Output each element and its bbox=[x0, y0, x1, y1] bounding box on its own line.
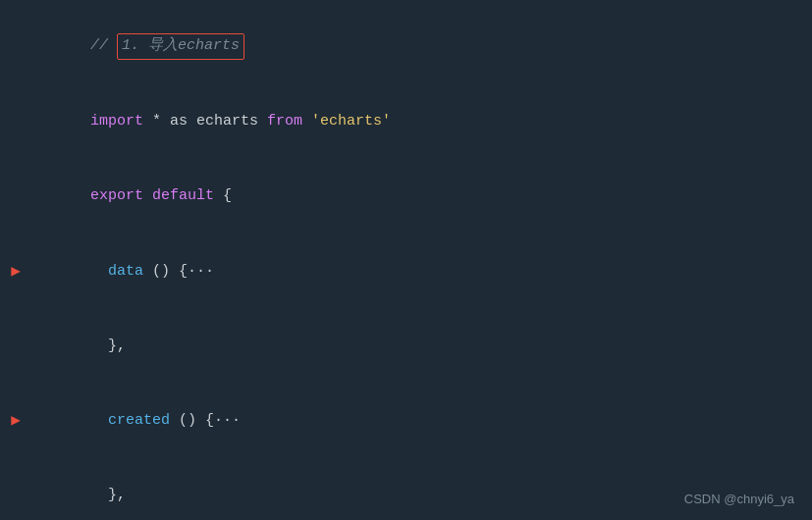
str-echarts: 'echarts' bbox=[311, 113, 391, 130]
line-7: }, bbox=[0, 459, 812, 521]
code-6: created () {··· bbox=[31, 385, 812, 457]
arrow-6: ▶ bbox=[11, 408, 21, 434]
indent-4 bbox=[90, 263, 108, 280]
kw-from: from bbox=[267, 113, 302, 130]
plain-4: () { bbox=[143, 263, 188, 280]
line-2: import * as echarts from 'echarts' bbox=[0, 84, 812, 159]
plain-7: }, bbox=[90, 487, 126, 503]
dots-6: ··· bbox=[214, 412, 241, 429]
dots-4: ··· bbox=[188, 263, 214, 280]
gutter-4: ▶ bbox=[0, 259, 31, 285]
plain-2b bbox=[302, 113, 311, 130]
line-4: ▶ data () {··· bbox=[0, 234, 812, 309]
kw-export: export bbox=[90, 187, 143, 204]
code-7: }, bbox=[31, 460, 812, 521]
code-5: }, bbox=[31, 310, 812, 383]
plain-3b: { bbox=[214, 187, 232, 204]
line-6: ▶ created () {··· bbox=[0, 384, 812, 458]
arrow-4: ▶ bbox=[11, 259, 21, 285]
line-3: export default { bbox=[0, 160, 812, 234]
kw-data: data bbox=[108, 263, 143, 280]
comment-box-1: 1. 导入echarts bbox=[117, 33, 244, 60]
comment-prefix-1: // bbox=[90, 37, 117, 54]
indent-6 bbox=[90, 412, 108, 429]
plain-6: () { bbox=[170, 412, 214, 429]
line-1: // 1. 导入echarts bbox=[0, 8, 812, 84]
code-4: data () {··· bbox=[31, 235, 812, 308]
kw-default: default bbox=[152, 187, 214, 204]
plain-5: }, bbox=[90, 338, 126, 354]
watermark: CSDN @chnyi6_ya bbox=[684, 492, 794, 506]
code-1: // 1. 导入echarts bbox=[31, 9, 812, 83]
kw-import: import bbox=[90, 113, 143, 130]
gutter-6: ▶ bbox=[0, 408, 31, 434]
code-2: import * as echarts from 'echarts' bbox=[31, 85, 812, 158]
code-editor: // 1. 导入echarts import * as echarts from… bbox=[0, 0, 812, 520]
line-5: }, bbox=[0, 309, 812, 384]
plain-3a bbox=[143, 187, 152, 204]
code-3: export default { bbox=[31, 161, 812, 234]
plain-2a: * as echarts bbox=[143, 113, 267, 130]
kw-created: created bbox=[108, 412, 170, 429]
